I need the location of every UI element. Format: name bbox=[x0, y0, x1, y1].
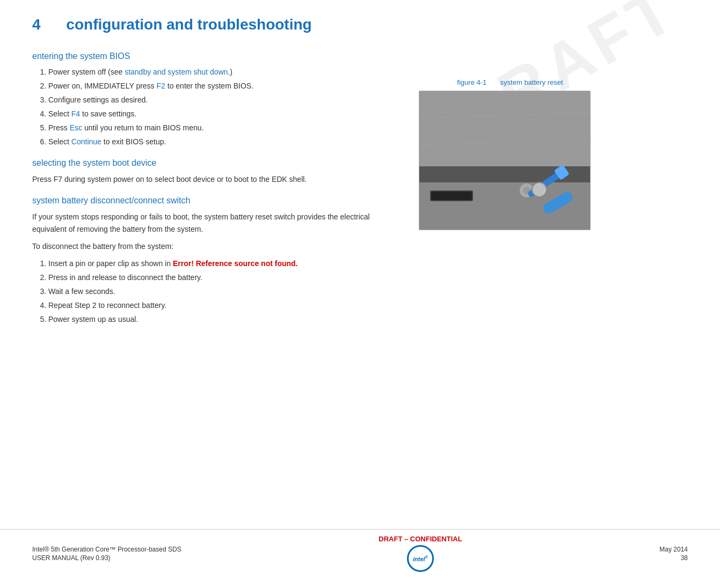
chapter-title: configuration and troubleshooting bbox=[66, 16, 311, 33]
list-item: Select F4 to save settings. bbox=[48, 108, 397, 120]
list-item: Repeat Step 2 to reconnect battery. bbox=[48, 300, 397, 311]
page-container: DRAFT 4 configuration and troubleshootin… bbox=[0, 0, 720, 588]
svg-rect-5 bbox=[431, 192, 472, 200]
section-heading-battery: system battery disconnect/connect switch bbox=[32, 196, 397, 205]
list-item: Power on, IMMEDIATELY press F2 to enter … bbox=[48, 80, 397, 92]
main-layout: entering the system BIOS Power system of… bbox=[32, 46, 688, 336]
footer-left-line1: Intel® 5th Generation Core™ Processor-ba… bbox=[32, 546, 181, 553]
section-heading-boot: selecting the system boot device bbox=[32, 158, 397, 168]
figure-caption: figure 4-1 system battery reset bbox=[419, 78, 601, 86]
figure-container: figure 4-1 system battery reset bbox=[419, 78, 601, 230]
figure-caption-text: system battery reset bbox=[500, 78, 563, 86]
list-item: Select Continue to exit BIOS setup. bbox=[48, 136, 397, 148]
error-reference: Error! Reference source not found. bbox=[173, 259, 298, 268]
figure-image-inner bbox=[419, 91, 590, 230]
f4-key: F4 bbox=[71, 109, 80, 118]
svg-rect-3 bbox=[419, 182, 591, 230]
footer-right: May 2014 38 bbox=[659, 546, 688, 562]
svg-rect-1 bbox=[419, 91, 591, 177]
esc-key: Esc bbox=[70, 123, 82, 132]
footer-left-line2: USER MANUAL (Rev 0.93) bbox=[32, 554, 181, 562]
list-item: Press Esc until you return to main BIOS … bbox=[48, 122, 397, 134]
bios-steps-list: Power system off (see standby and system… bbox=[32, 67, 397, 148]
figure-caption-spacer bbox=[489, 78, 498, 86]
figure-label: figure 4-1 bbox=[457, 78, 486, 86]
footer-draft-label: DRAFT – CONFIDENTIAL bbox=[379, 535, 462, 543]
list-item: Power system off (see standby and system… bbox=[48, 67, 397, 78]
chapter-number: 4 bbox=[32, 16, 41, 33]
footer-left: Intel® 5th Generation Core™ Processor-ba… bbox=[32, 546, 181, 562]
chapter-heading: 4 configuration and troubleshooting bbox=[32, 11, 688, 33]
section-battery-switch: system battery disconnect/connect switch… bbox=[32, 196, 397, 325]
boot-device-paragraph: Press F7 during system power on to selec… bbox=[32, 173, 397, 185]
intel-logo-text: intel® bbox=[413, 555, 428, 562]
list-item: Insert a pin or paper clip as shown in E… bbox=[48, 258, 397, 269]
page-footer: Intel® 5th Generation Core™ Processor-ba… bbox=[0, 529, 720, 577]
list-item: Wait a few seconds. bbox=[48, 286, 397, 297]
section-heading-bios: entering the system BIOS bbox=[32, 52, 397, 61]
section-entering-bios: entering the system BIOS Power system of… bbox=[32, 52, 397, 148]
figure-image bbox=[419, 91, 591, 230]
footer-page-number: 38 bbox=[659, 554, 688, 562]
f2-key: F2 bbox=[157, 82, 165, 90]
battery-paragraph-1: If your system stops responding or fails… bbox=[32, 211, 397, 235]
standby-link[interactable]: standby and system shut down bbox=[125, 68, 228, 76]
section-boot-device: selecting the system boot device Press F… bbox=[32, 158, 397, 185]
footer-right-line1: May 2014 bbox=[659, 546, 688, 553]
left-column: entering the system BIOS Power system of… bbox=[32, 46, 397, 336]
battery-paragraph-2: To disconnect the battery from the syste… bbox=[32, 240, 397, 252]
list-item: Configure settings as desired. bbox=[48, 94, 397, 106]
battery-steps-list: Insert a pin or paper clip as shown in E… bbox=[32, 258, 397, 325]
figure-svg bbox=[419, 91, 591, 230]
continue-link: Continue bbox=[71, 137, 101, 146]
list-item: Press in and release to disconnect the b… bbox=[48, 272, 397, 283]
intel-logo: intel® bbox=[407, 545, 434, 572]
footer-center: DRAFT – CONFIDENTIAL intel® bbox=[379, 535, 462, 572]
content-area: 4 configuration and troubleshooting ente… bbox=[32, 11, 688, 336]
list-item: Power system up as usual. bbox=[48, 314, 397, 325]
right-column: figure 4-1 system battery reset bbox=[419, 46, 601, 336]
